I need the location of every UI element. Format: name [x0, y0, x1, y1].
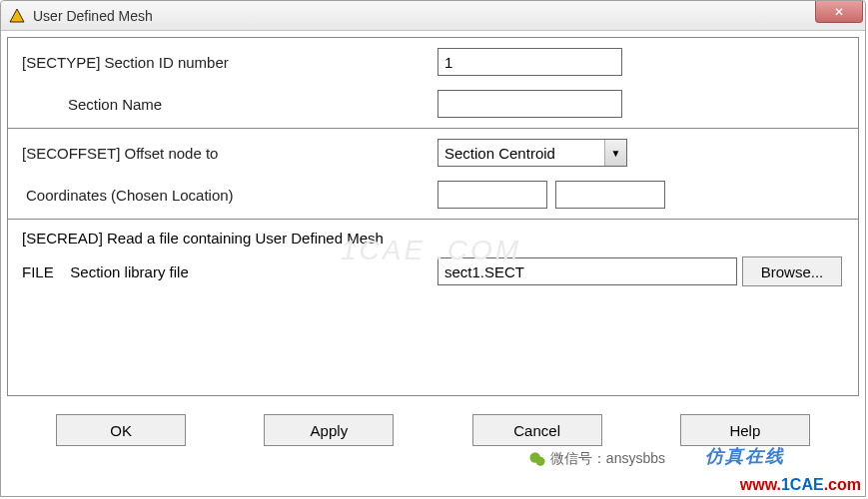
- wechat-icon: [528, 450, 546, 468]
- window-title: User Defined Mesh: [33, 8, 153, 24]
- apply-button[interactable]: Apply: [264, 414, 394, 446]
- secoffset-group: [SECOFFSET] Offset node to Section Centr…: [7, 128, 859, 219]
- close-button[interactable]: ✕: [815, 1, 863, 23]
- app-icon: [9, 8, 25, 24]
- file-label: FILE Section library file: [18, 263, 437, 280]
- svg-marker-0: [10, 9, 24, 22]
- secread-label: [SECREAD] Read a file containing User De…: [18, 230, 848, 247]
- close-icon: ✕: [834, 5, 844, 19]
- svg-point-2: [535, 457, 544, 466]
- offset-node-select[interactable]: Section Centroid: [437, 139, 627, 167]
- file-path-input[interactable]: [437, 257, 737, 285]
- coord-x-input[interactable]: [437, 181, 547, 209]
- url-watermark: www.1CAE.com: [740, 476, 861, 494]
- dialog-window: User Defined Mesh ✕ [SECTYPE] Section ID…: [0, 0, 866, 497]
- dialog-content: [SECTYPE] Section ID number Section Name…: [1, 31, 865, 462]
- ok-button[interactable]: OK: [56, 414, 186, 446]
- help-button[interactable]: Help: [680, 414, 810, 446]
- secread-group: [SECREAD] Read a file containing User De…: [7, 219, 859, 396]
- sectype-group: [SECTYPE] Section ID number Section Name: [7, 37, 859, 128]
- section-name-label: Section Name: [18, 96, 437, 113]
- coord-y-input[interactable]: [555, 181, 665, 209]
- coords-label: Coordinates (Chosen Location): [18, 187, 437, 204]
- section-id-input[interactable]: [437, 48, 622, 76]
- titlebar: User Defined Mesh ✕: [1, 1, 865, 31]
- cancel-button[interactable]: Cancel: [472, 414, 602, 446]
- wechat-watermark: 微信号：ansysbbs: [528, 450, 665, 468]
- browse-button[interactable]: Browse...: [742, 256, 842, 286]
- cn-watermark: 仿真在线: [705, 444, 785, 468]
- section-name-input[interactable]: [437, 90, 622, 118]
- secoffset-label: [SECOFFSET] Offset node to: [18, 145, 437, 162]
- sectype-label: [SECTYPE] Section ID number: [18, 54, 437, 71]
